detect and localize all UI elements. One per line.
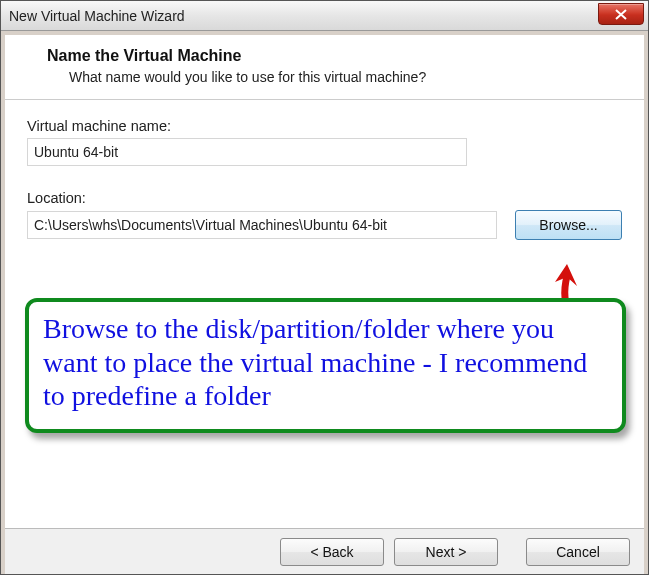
annotation-text: Browse to the disk/partition/folder wher… <box>43 312 608 413</box>
wizard-header: Name the Virtual Machine What name would… <box>5 35 644 99</box>
step-title: Name the Virtual Machine <box>47 47 624 65</box>
vm-name-input[interactable] <box>27 138 467 166</box>
vm-name-label: Virtual machine name: <box>27 118 622 134</box>
cancel-button[interactable]: Cancel <box>526 538 630 566</box>
next-button[interactable]: Next > <box>394 538 498 566</box>
dialog-body: Name the Virtual Machine What name would… <box>5 35 644 574</box>
location-input[interactable] <box>27 211 497 239</box>
window-title: New Virtual Machine Wizard <box>9 8 185 24</box>
location-label: Location: <box>27 190 622 206</box>
back-button[interactable]: < Back <box>280 538 384 566</box>
close-icon <box>615 9 627 20</box>
close-button[interactable] <box>598 3 644 25</box>
wizard-button-bar: < Back Next > Cancel <box>5 528 644 574</box>
form-area: Virtual machine name: Location: Browse..… <box>5 100 644 528</box>
step-description: What name would you like to use for this… <box>69 69 624 85</box>
browse-button[interactable]: Browse... <box>515 210 622 240</box>
annotation-callout: Browse to the disk/partition/folder wher… <box>25 298 626 433</box>
titlebar: New Virtual Machine Wizard <box>1 1 648 31</box>
